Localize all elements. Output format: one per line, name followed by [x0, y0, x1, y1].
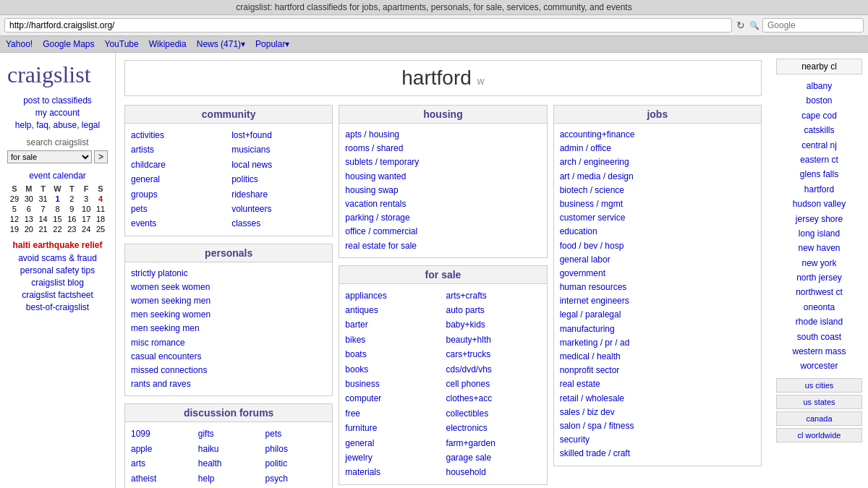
nearby-jerseyshore[interactable]: jersey shore: [776, 212, 862, 226]
personal-safety-link[interactable]: personal safety tips: [7, 265, 108, 275]
nav-popular[interactable]: Popular▾: [255, 39, 289, 49]
cal-day[interactable]: 31: [36, 194, 51, 204]
fs-furniture[interactable]: furniture: [345, 421, 440, 435]
personals-casual[interactable]: casual encounters: [131, 350, 326, 364]
cal-day[interactable]: 23: [64, 224, 79, 234]
nav-youtube[interactable]: YouTube: [105, 39, 139, 49]
job-biotech[interactable]: biotech / science: [560, 184, 755, 197]
community-lostfound[interactable]: lost+found: [231, 128, 326, 142]
community-artists[interactable]: artists: [131, 142, 226, 157]
community-volunteers[interactable]: volunteers: [231, 202, 326, 216]
fs-appliances[interactable]: appliances: [345, 288, 440, 303]
job-realestate[interactable]: real estate: [560, 377, 755, 391]
nav-wikipedia[interactable]: Wikipedia: [149, 39, 187, 49]
job-general[interactable]: general labor: [560, 253, 755, 267]
haiti-link[interactable]: haiti earthquake relief: [7, 240, 108, 250]
job-accounting[interactable]: accounting+finance: [560, 128, 755, 142]
community-childcare[interactable]: childcare: [131, 158, 226, 172]
housing-swap[interactable]: housing swap: [345, 184, 540, 197]
job-government[interactable]: government: [560, 267, 755, 281]
housing-sublets[interactable]: sublets / temporary: [345, 155, 540, 169]
community-localnews[interactable]: local news: [231, 158, 326, 172]
job-education[interactable]: education: [560, 225, 755, 239]
cal-day[interactable]: 29: [7, 194, 22, 204]
job-sales[interactable]: sales / biz dev: [560, 406, 755, 419]
community-groups[interactable]: groups: [131, 187, 226, 202]
community-rideshare[interactable]: rideshare: [231, 187, 326, 202]
craigslist-factsheet-link[interactable]: craigslist factsheet: [7, 290, 108, 300]
disc-1099[interactable]: 1099: [131, 427, 192, 441]
job-internet[interactable]: internet engineers: [560, 294, 755, 308]
housing-apts[interactable]: apts / housing: [345, 128, 540, 142]
job-food[interactable]: food / bev / hosp: [560, 239, 755, 253]
nearby-newyork[interactable]: new york: [776, 256, 862, 270]
fs-garagesale[interactable]: garage sale: [446, 450, 541, 465]
nearby-hartford[interactable]: hartford: [776, 182, 862, 197]
community-classes[interactable]: classes: [231, 216, 326, 231]
url-input[interactable]: [4, 18, 732, 33]
job-medical[interactable]: medical / health: [560, 350, 755, 364]
personals-msw[interactable]: men seeking women: [131, 308, 326, 322]
fs-books[interactable]: books: [345, 362, 440, 377]
personals-missed[interactable]: missed connections: [131, 364, 326, 377]
fs-antiques[interactable]: antiques: [345, 303, 440, 317]
housing-office[interactable]: office / commercial: [345, 225, 540, 239]
fs-artscrafts[interactable]: arts+crafts: [446, 288, 541, 303]
community-politics[interactable]: politics: [231, 172, 326, 187]
browser-search-input[interactable]: [762, 18, 864, 33]
nearby-boston[interactable]: boston: [776, 93, 862, 108]
disc-politic[interactable]: politic: [265, 456, 327, 471]
cal-day[interactable]: 24: [79, 224, 93, 234]
cl-worldwide-btn[interactable]: cl worldwide: [776, 428, 862, 442]
us-cities-btn[interactable]: us cities: [776, 378, 862, 393]
community-pets[interactable]: pets: [131, 202, 226, 216]
fs-general[interactable]: general: [345, 436, 440, 450]
cal-day[interactable]: 12: [7, 214, 22, 224]
disc-atheist[interactable]: atheist: [131, 471, 192, 486]
cal-day[interactable]: 13: [22, 214, 36, 224]
job-legal[interactable]: legal / paralegal: [560, 308, 755, 322]
help-link[interactable]: help, faq, abuse, legal: [7, 120, 108, 130]
cal-day[interactable]: 17: [79, 214, 93, 224]
avoid-scams-link[interactable]: avoid scams & fraud: [7, 253, 108, 263]
personals-wsw[interactable]: women seek women: [131, 281, 326, 294]
fs-babykids[interactable]: baby+kids: [446, 317, 541, 332]
cal-day[interactable]: 19: [7, 224, 22, 234]
my-account-link[interactable]: my account: [7, 108, 108, 118]
job-admin[interactable]: admin / office: [560, 142, 755, 155]
nearby-southcoast[interactable]: south coast: [776, 330, 862, 344]
fs-carstrucks[interactable]: cars+trucks: [446, 347, 541, 361]
best-of-craigslist-link[interactable]: best-of-craigslist: [7, 302, 108, 312]
disc-apple[interactable]: apple: [131, 442, 192, 456]
disc-pets[interactable]: pets: [265, 427, 327, 441]
nearby-rhodeisland[interactable]: rhode island: [776, 314, 862, 329]
cal-day[interactable]: 2: [64, 194, 79, 204]
nearby-oneonta[interactable]: oneonta: [776, 300, 862, 314]
community-general[interactable]: general: [131, 172, 226, 187]
nearby-albany[interactable]: albany: [776, 79, 862, 93]
nearby-capecod[interactable]: cape cod: [776, 108, 862, 123]
nearby-worcester[interactable]: worcester: [776, 359, 862, 373]
fs-electronics[interactable]: electronics: [446, 421, 541, 435]
cal-day[interactable]: 15: [51, 214, 65, 224]
nearby-glensfalls[interactable]: glens falls: [776, 167, 862, 181]
job-retail[interactable]: retail / wholesale: [560, 392, 755, 406]
fs-cds[interactable]: cds/dvd/vhs: [446, 362, 541, 377]
disc-help[interactable]: help: [198, 471, 260, 486]
fs-jewelry[interactable]: jewelry: [345, 450, 440, 465]
nearby-catskills[interactable]: catskills: [776, 123, 862, 137]
fs-beauty[interactable]: beauty+hlth: [446, 333, 541, 347]
job-business[interactable]: business / mgmt: [560, 197, 755, 211]
cal-day[interactable]: 9: [64, 204, 79, 214]
fs-autoparts[interactable]: auto parts: [446, 303, 541, 317]
nav-googlemaps[interactable]: Google Maps: [43, 39, 94, 49]
us-states-btn[interactable]: us states: [776, 395, 862, 409]
housing-parking[interactable]: parking / storage: [345, 211, 540, 225]
cal-day[interactable]: 1: [51, 194, 65, 204]
cal-day[interactable]: 18: [93, 214, 108, 224]
nearby-longisland[interactable]: long island: [776, 226, 862, 241]
job-marketing[interactable]: marketing / pr / ad: [560, 336, 755, 350]
search-go-button[interactable]: >: [94, 150, 108, 163]
community-activities[interactable]: activities: [131, 128, 226, 142]
fs-farmgarden[interactable]: farm+garden: [446, 436, 541, 450]
